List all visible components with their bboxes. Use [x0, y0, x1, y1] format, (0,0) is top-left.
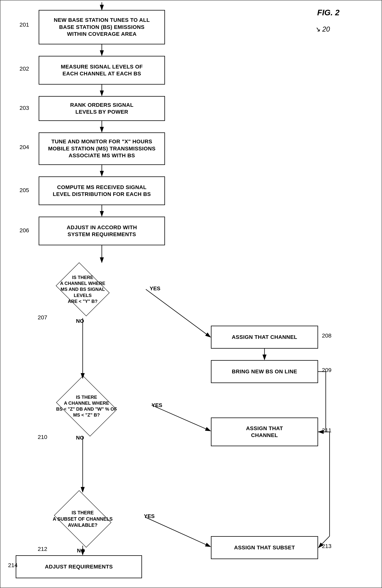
- box-204: TUNE AND MONITOR FOR "X" HOURS MOBILE ST…: [39, 132, 165, 165]
- yes-label-212: YES: [144, 513, 155, 519]
- box-203: RANK ORDERS SIGNAL LEVELS BY POWER: [39, 96, 165, 121]
- no-label-207: NO: [76, 318, 84, 324]
- ref-205: 205: [20, 187, 29, 193]
- no-label-212: NO: [77, 548, 85, 554]
- figure-title: FIG. 2: [317, 8, 340, 17]
- diamond-212: IS THERE A SUBSET OF CHANNELS AVAILABLE?: [20, 490, 146, 548]
- box-206: ADJUST IN ACCORD WITH SYSTEM REQUIREMENT…: [39, 217, 165, 245]
- ref-203: 203: [20, 105, 29, 111]
- box-205: COMPUTE MS RECEIVED SIGNAL LEVEL DISTRIB…: [39, 176, 165, 205]
- ref-207: 207: [38, 314, 47, 321]
- ref-209: 209: [322, 367, 332, 373]
- box-214: ADJUST REQUIREMENTS: [16, 555, 142, 578]
- diamond-210: IS THERE A CHANNEL WHERE BS < "Z" DB AND…: [20, 376, 153, 437]
- ref-210: 210: [38, 434, 47, 440]
- no-label-210: NO: [76, 435, 84, 441]
- diamond-207: IS THERE A CHANNEL WHERE MS AND BS SIGNA…: [20, 261, 146, 318]
- svg-line-8: [146, 289, 211, 337]
- figure-number: ↘ 20: [315, 25, 330, 33]
- box-202: MEASURE SIGNAL LEVELS OF EACH CHANNEL AT…: [39, 56, 165, 84]
- ref-213: 213: [322, 543, 332, 549]
- box-213: ASSIGN THAT SUBSET: [211, 536, 318, 559]
- svg-line-19: [145, 517, 211, 547]
- ref-212: 212: [38, 546, 47, 552]
- ref-202: 202: [20, 65, 29, 72]
- box-209: BRING NEW BS ON LINE: [211, 360, 318, 383]
- diagram-container: FIG. 2 ↘ 20 NEW BASE STATION TUNES TO AL…: [0, 0, 382, 588]
- box-201: NEW BASE STATION TUNES TO ALL BASE STATI…: [39, 10, 165, 44]
- box-211: ASSIGN THAT CHANNEL: [211, 418, 318, 446]
- ref-211: 211: [322, 427, 332, 434]
- ref-208: 208: [322, 332, 332, 339]
- yes-label-207: YES: [150, 286, 160, 292]
- ref-214: 214: [8, 562, 18, 568]
- svg-line-14: [151, 405, 211, 431]
- ref-206: 206: [20, 227, 29, 234]
- ref-201: 201: [20, 21, 29, 28]
- yes-label-210: YES: [151, 402, 162, 408]
- ref-204: 204: [20, 144, 29, 150]
- box-208: ASSIGN THAT CHANNEL: [211, 326, 318, 349]
